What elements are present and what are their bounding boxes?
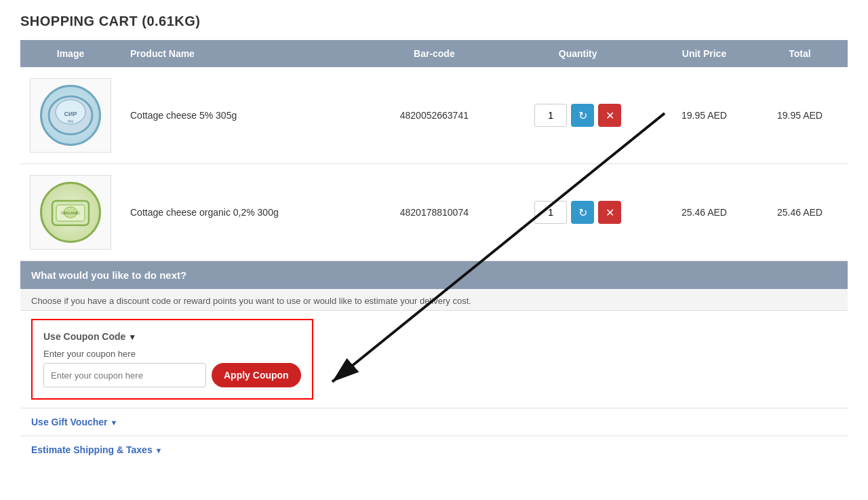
svg-text:ORGANIC: ORGANIC <box>61 211 81 215</box>
coupon-toggle-arrow: ▼ <box>128 332 136 342</box>
remove-button-1[interactable]: ✕ <box>598 104 621 127</box>
barcode-2: 4820178810074 <box>369 164 499 261</box>
col-unit-price: Unit Price <box>656 40 752 67</box>
total-1: 19.95 AED <box>752 67 848 164</box>
cart-table: Image Product Name Bar-code Quantity Uni… <box>20 40 848 261</box>
coupon-toggle[interactable]: Use Coupon Code ▼ <box>43 331 301 342</box>
shipping-label: Estimate Shipping & Taxes <box>31 444 153 455</box>
shipping-arrow: ▼ <box>155 446 163 455</box>
refresh-button-2[interactable]: ↻ <box>571 201 594 224</box>
product-image-box: СИР 5% <box>30 78 111 153</box>
unit-price-2: 25.46 AED <box>656 164 752 261</box>
svg-text:5%: 5% <box>68 119 74 123</box>
apply-coupon-button[interactable]: Apply Coupon <box>212 363 301 387</box>
table-row: СИР 5% Cottage cheese 5% 305g 4820052663… <box>20 67 848 164</box>
product-image-cell: СИР 5% <box>20 67 121 164</box>
coupon-input-row: Apply Coupon <box>43 363 301 387</box>
product-image-2: ORGANIC <box>40 182 101 243</box>
refresh-icon-2: ↻ <box>578 206 587 219</box>
product-name-1: Cottage cheese 5% 305g <box>121 67 369 164</box>
quantity-wrapper-1: ↻ ✕ <box>509 104 647 127</box>
barcode-1: 4820052663741 <box>369 67 499 164</box>
refresh-icon-1: ↻ <box>578 109 587 122</box>
what-next-header: What would you like to do next? <box>20 261 848 289</box>
gift-voucher-arrow: ▼ <box>110 419 117 427</box>
product-image-box: ORGANIC <box>30 175 111 250</box>
coupon-section: Use Coupon Code ▼ Enter your coupon here… <box>31 319 313 400</box>
coupon-input[interactable] <box>43 363 206 387</box>
col-total: Total <box>752 40 848 67</box>
svg-text:СИР: СИР <box>64 111 77 117</box>
gift-voucher-toggle[interactable]: Use Gift Voucher ▼ <box>20 408 848 436</box>
product-image-cell: ORGANIC <box>20 164 121 261</box>
col-product-name: Product Name <box>121 40 369 67</box>
col-barcode: Bar-code <box>369 40 499 67</box>
remove-button-2[interactable]: ✕ <box>598 201 621 224</box>
product-image-1: СИР 5% <box>40 85 101 146</box>
gift-voucher-label: Use Gift Voucher <box>31 417 108 427</box>
coupon-field-label: Enter your coupon here <box>43 349 301 359</box>
refresh-button-1[interactable]: ↻ <box>571 104 594 127</box>
coupon-toggle-label: Use Coupon Code <box>43 331 125 342</box>
total-2: 25.46 AED <box>752 164 848 261</box>
product-name-2: Cottage cheese organic 0,2% 300g <box>121 164 369 261</box>
quantity-wrapper-2: ↻ ✕ <box>509 201 647 224</box>
col-quantity: Quantity <box>499 40 656 67</box>
page-title: SHOPPING CART (0.61KG) <box>20 14 848 29</box>
shipping-toggle[interactable]: Estimate Shipping & Taxes ▼ <box>20 436 848 463</box>
remove-icon-2: ✕ <box>606 206 614 219</box>
table-row: ORGANIC Cottage cheese organic 0,2% 300g… <box>20 164 848 261</box>
quantity-input-2[interactable] <box>534 201 567 224</box>
what-next-description: Choose if you have a discount code or re… <box>20 289 848 311</box>
what-next-section: What would you like to do next? Choose i… <box>20 261 848 463</box>
unit-price-1: 19.95 AED <box>656 67 752 164</box>
remove-icon-1: ✕ <box>606 109 614 122</box>
col-image: Image <box>20 40 121 67</box>
quantity-input-1[interactable] <box>534 104 567 127</box>
